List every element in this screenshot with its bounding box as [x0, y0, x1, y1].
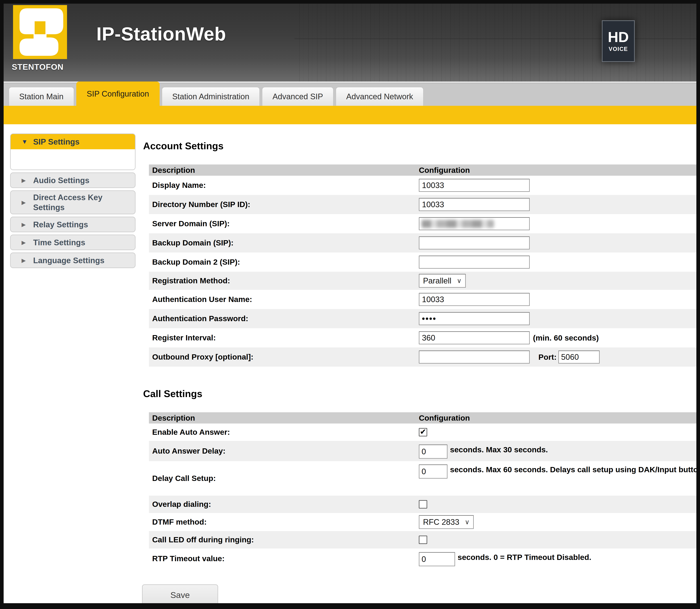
registration-method-select[interactable]: Parallell∨: [419, 274, 466, 288]
sidebar-item-head[interactable]: ▶Direct Access Key Settings: [11, 191, 135, 214]
call-led-off-during-ringing-config: ✔: [419, 531, 696, 549]
chevron-right-icon: ▶: [21, 199, 33, 206]
page-title: IP-StationWeb: [97, 23, 226, 45]
tab-advanced-network[interactable]: Advanced Network: [336, 87, 423, 106]
column-header-configuration: Configuration: [419, 166, 696, 175]
backup-domain-2-label: Backup Domain 2 (SIP):: [149, 253, 419, 272]
server-domain-label: Server Domain (SIP):: [149, 214, 419, 233]
table-row-authentication-user-name: Authentication User Name:: [149, 290, 696, 309]
sidebar-item-head[interactable]: ▶Time Settings: [11, 235, 135, 249]
dtmf-method-select[interactable]: RFC 2833∨: [419, 515, 474, 529]
overlap-dialing-checkbox[interactable]: ✔: [419, 500, 427, 508]
server-domain-input[interactable]: [419, 217, 530, 230]
content-area: ▼SIP Settings▶Audio Settings▶Direct Acce…: [4, 124, 696, 609]
rtp-timeout-value-config: seconds. 0 = RTP Timeout Disabled.: [419, 549, 700, 569]
register-interval-label: Register Interval:: [149, 328, 419, 347]
sidebar-item-label: SIP Settings: [33, 137, 80, 147]
column-header-configuration: Configuration: [419, 414, 696, 422]
table-row-delay-call-setup: Delay Call Setup:seconds. Max 60 seconds…: [149, 461, 696, 495]
authentication-user-name-input[interactable]: [419, 293, 530, 306]
overlap-dialing-label: Overlap dialing:: [149, 495, 419, 513]
delay-call-setup-input[interactable]: [419, 465, 448, 478]
sidebar-item-relay-settings[interactable]: ▶Relay Settings: [10, 216, 136, 232]
table-header-row: DescriptionConfiguration: [149, 164, 696, 176]
authentication-user-name-config: [419, 290, 696, 309]
rtp-timeout-value-label: RTP Timeout value:: [149, 549, 419, 569]
tab-sip-configuration[interactable]: SIP Configuration: [76, 82, 160, 106]
column-header-description: Description: [149, 166, 419, 175]
table-row-outbound-proxy: Outbound Proxy [optional]:Port:: [149, 347, 696, 367]
sidebar-item-language-settings[interactable]: ▶Language Settings: [10, 253, 136, 268]
outbound-proxy-port-input[interactable]: [558, 350, 600, 364]
auto-answer-delay-note: seconds. Max 30 seconds.: [450, 445, 548, 454]
sidebar-item-head[interactable]: ▶Relay Settings: [11, 217, 135, 232]
sidebar-item-head[interactable]: ▶Audio Settings: [11, 173, 135, 188]
auto-answer-delay-config: seconds. Max 30 seconds.: [419, 441, 700, 461]
rtp-timeout-value-note: seconds. 0 = RTP Timeout Disabled.: [458, 553, 591, 561]
chevron-down-icon: ▼: [21, 138, 33, 145]
backup-domain-label: Backup Domain (SIP):: [149, 233, 419, 253]
authentication-password-config: [419, 309, 696, 328]
display-name-label: Display Name:: [149, 176, 419, 195]
sidebar-item-label: Direct Access Key Settings: [33, 192, 127, 212]
tab-advanced-sip[interactable]: Advanced SIP: [262, 87, 333, 106]
header-texture: [295, 4, 696, 82]
hd-badge-line2: VOICE: [609, 46, 628, 52]
tab-station-main[interactable]: Station Main: [9, 87, 74, 106]
dropdown-caret-icon: ∨: [457, 277, 461, 284]
enable-auto-answer-config: ✔: [419, 423, 696, 441]
tab-station-administration[interactable]: Station Administration: [162, 87, 260, 106]
call-led-off-during-ringing-label: Call LED off during ringing:: [149, 531, 419, 549]
rtp-timeout-value-input[interactable]: [419, 552, 455, 566]
table-row-display-name: Display Name:: [149, 176, 696, 195]
sidebar-item-time-settings[interactable]: ▶Time Settings: [10, 234, 136, 250]
enable-auto-answer-checkbox[interactable]: ✔: [419, 428, 427, 436]
table-row-auto-answer-delay: Auto Answer Delay:seconds. Max 30 second…: [149, 441, 696, 461]
browser-page: STENTOFON IP-StationWeb HD VOICE Station…: [0, 0, 700, 609]
registration-method-label: Registration Method:: [149, 272, 419, 290]
main-panel: Account SettingsDescriptionConfiguration…: [143, 124, 696, 609]
sidebar-item-sip-settings[interactable]: ▼SIP Settings: [10, 134, 136, 170]
register-interval-input[interactable]: [419, 331, 530, 344]
accent-bar: [4, 106, 696, 124]
chevron-right-icon: ▶: [21, 257, 33, 264]
main-nav-tabs: Station MainSIP ConfigurationStation Adm…: [4, 84, 696, 106]
outbound-proxy-config: Port:: [419, 347, 696, 367]
sidebar-item-audio-settings[interactable]: ▶Audio Settings: [10, 172, 136, 188]
sidebar-item-direct-access-key-settings[interactable]: ▶Direct Access Key Settings: [10, 190, 136, 214]
backup-domain-2-input[interactable]: [419, 256, 530, 268]
sidebar-item-head[interactable]: ▶Language Settings: [11, 253, 135, 267]
auto-answer-delay-input[interactable]: [419, 445, 448, 459]
table-row-enable-auto-answer: Enable Auto Answer:✔: [149, 423, 696, 441]
display-name-input[interactable]: [419, 179, 530, 192]
register-interval-config: (min. 60 seconds): [419, 328, 696, 347]
table-row-backup-domain: Backup Domain (SIP):: [149, 233, 696, 253]
stentofon-s-icon: [12, 5, 68, 59]
call-led-off-during-ringing-checkbox[interactable]: ✔: [419, 536, 427, 544]
outbound-proxy-input[interactable]: [419, 350, 530, 364]
account-settings-table: DescriptionConfigurationDisplay Name:Dir…: [149, 164, 696, 367]
authentication-password-input[interactable]: [419, 312, 530, 325]
backup-domain-input[interactable]: [419, 237, 530, 249]
table-header-row: DescriptionConfiguration: [149, 412, 696, 423]
app-header: STENTOFON IP-StationWeb HD VOICE: [4, 4, 696, 82]
save-button[interactable]: Save: [142, 585, 218, 605]
authentication-password-label: Authentication Password:: [149, 309, 419, 328]
outbound-proxy-label: Outbound Proxy [optional]:: [149, 347, 419, 367]
backup-domain-config: [419, 233, 696, 253]
table-row-authentication-password: Authentication Password:: [149, 309, 696, 328]
table-row-dtmf-method: DTMF method:RFC 2833∨: [149, 513, 696, 531]
registration-method-config: Parallell∨: [419, 272, 696, 290]
directory-number-config: [419, 195, 696, 214]
enable-auto-answer-label: Enable Auto Answer:: [149, 423, 419, 441]
auto-answer-delay-label: Auto Answer Delay:: [149, 441, 419, 461]
directory-number-input[interactable]: [419, 198, 530, 211]
delay-call-setup-note: seconds. Max 60 seconds. Delays call set…: [450, 465, 700, 474]
table-row-backup-domain-2: Backup Domain 2 (SIP):: [149, 253, 696, 272]
dtmf-method-config: RFC 2833∨: [419, 513, 696, 531]
settings-sidebar: ▼SIP Settings▶Audio Settings▶Direct Acce…: [10, 134, 136, 271]
sidebar-item-head[interactable]: ▼SIP Settings: [11, 134, 135, 149]
outbound-proxy-port-label: Port:: [538, 353, 557, 362]
hd-badge-line1: HD: [608, 30, 629, 45]
table-row-server-domain: Server Domain (SIP):: [149, 214, 696, 233]
